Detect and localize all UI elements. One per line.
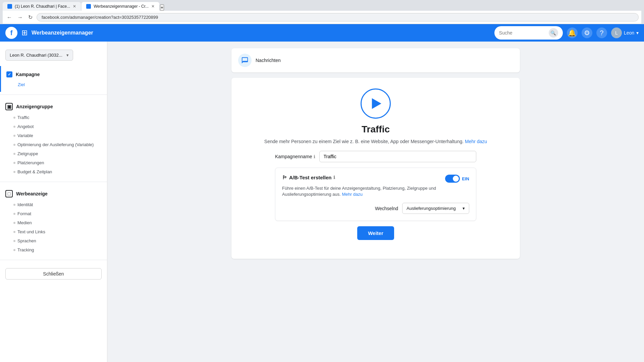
werbeanzeige-header: □ Werbeanzeige (0, 187, 107, 200)
sidebar-item-variable[interactable]: Variable (0, 131, 107, 140)
schliessen-section: Schließen (0, 263, 107, 285)
forward-button[interactable]: → (16, 13, 24, 22)
sidebar-item-optimierung[interactable]: Optimierung der Auslieferung (Variable) (0, 140, 107, 149)
sidebar-item-traffic[interactable]: Traffic (0, 113, 107, 122)
sidebar-item-ziel[interactable]: Ziel (1, 80, 107, 89)
tab-facebook[interactable]: (1) Leon R. Chaudhari | Face... ✕ (3, 2, 81, 11)
medien-dot (13, 222, 15, 224)
traffic-dot (13, 117, 15, 119)
toggle-label: EIN (462, 176, 469, 181)
sidebar-divider-1 (0, 95, 107, 95)
search-input[interactable] (499, 30, 546, 36)
form-section: Kampagnenname ℹ 🏳 A/B-Test erstellen ℹ (275, 151, 476, 226)
nachrichten-label: Nachrichten (256, 58, 281, 63)
app-switcher-icon[interactable]: ⊞ (21, 28, 28, 37)
refresh-button[interactable]: ↻ (27, 13, 34, 22)
ab-test-description: Führe einen A/B-Test für deine Anzeigeng… (282, 185, 469, 197)
identitaet-dot (13, 204, 15, 206)
sidebar-section-anzeigengruppe: ▣ Anzeigengruppe Traffic Angebot Variabl… (0, 98, 107, 179)
browser-tabs: (1) Leon R. Chaudhari | Face... ✕ Werbea… (3, 2, 641, 11)
tab-adsmanager[interactable]: Werbeanzeigenmanager - Cr... ✕ (82, 2, 159, 11)
ziel-label: Ziel (18, 82, 25, 87)
ab-toggle-wrapper: EIN (445, 175, 469, 183)
ab-dropdown-chevron-icon: ▾ (463, 206, 465, 211)
sidebar-section-kampagne: ✓ Kampagne Ziel (0, 66, 107, 92)
account-label: Leon R. Chaudhari (3032... (10, 53, 62, 58)
ab-test-box: 🏳 A/B-Test erstellen ℹ EIN (275, 168, 476, 221)
sidebar-item-identitaet[interactable]: Identität (0, 200, 107, 209)
tracking-dot (13, 249, 15, 251)
user-pill[interactable]: L Leon ▾ (611, 27, 639, 38)
kampagnenname-info-icon[interactable]: ℹ (314, 154, 315, 159)
anzeigengruppe-icon: ▣ (5, 103, 13, 110)
traffic-mehr-dazu-link[interactable]: Mehr dazu (465, 139, 487, 144)
nachrichten-icon (238, 54, 252, 67)
optimierung-dot (13, 144, 15, 146)
sidebar-item-text-links[interactable]: Text und Links (0, 227, 107, 236)
sidebar-item-sprachen[interactable]: Sprachen (0, 236, 107, 245)
sidebar-item-platzierungen[interactable]: Platzierungen (0, 158, 107, 167)
anzeigengruppe-label: Anzeigengruppe (16, 104, 53, 109)
sidebar-item-tracking[interactable]: Tracking (0, 245, 107, 254)
content-inner: Nachrichten Traffic Sende mehr Personen … (225, 42, 527, 271)
sidebar-item-medien[interactable]: Medien (0, 218, 107, 227)
kampagnenname-input[interactable] (319, 151, 476, 162)
kampagne-checkbox-icon: ✓ (6, 71, 12, 77)
search-bar: 🔍 (494, 26, 563, 40)
fb-logo: f (5, 27, 17, 39)
weiter-button[interactable]: Weiter (357, 226, 394, 240)
tab-close-adsmanager[interactable]: ✕ (151, 4, 155, 9)
kampagnenname-label: Kampagnenname ℹ (275, 154, 315, 159)
settings-icon[interactable]: ⚙ (582, 27, 592, 38)
ab-test-header: 🏳 A/B-Test erstellen ℹ EIN (282, 175, 469, 183)
toggle-slider (445, 175, 460, 183)
content-area: Nachrichten Traffic Sende mehr Personen … (107, 42, 644, 362)
kampagne-header: ✓ Kampagne (1, 69, 107, 80)
notifications-icon[interactable]: 🔔 (567, 27, 578, 38)
tab-favicon-facebook (7, 4, 12, 9)
variable-dot (13, 135, 15, 137)
browser-chrome: (1) Leon R. Chaudhari | Face... ✕ Werbea… (0, 0, 644, 24)
help-icon[interactable]: ? (596, 27, 607, 38)
kampagne-label: Kampagne (16, 72, 40, 77)
app-name: Werbeanzeigenmanager (32, 30, 490, 36)
ab-info-icon[interactable]: ℹ (333, 175, 335, 180)
tab-title-facebook: (1) Leon R. Chaudhari | Face... (15, 4, 70, 9)
traffic-description: Sende mehr Personen zu einem Ziel wie z.… (264, 139, 487, 144)
werbeanzeige-label: Werbeanzeige (16, 191, 48, 196)
schliessen-button[interactable]: Schließen (5, 268, 102, 280)
ab-wechselnd-row: Wechselnd Auslieferungsoptimierung ▾ (282, 203, 469, 214)
sidebar-account: Leon R. Chaudhari (3032... ▾ (0, 47, 107, 66)
traffic-card: Traffic Sende mehr Personen zu einem Zie… (231, 78, 520, 259)
sidebar: Leon R. Chaudhari (3032... ▾ ✓ Kampagne … (0, 42, 107, 362)
sidebar-section-werbeanzeige: □ Werbeanzeige Identität Format Medien T… (0, 185, 107, 257)
back-button[interactable]: ← (5, 13, 13, 22)
new-tab-button[interactable]: + (160, 4, 164, 11)
account-chevron-icon: ▾ (66, 53, 69, 58)
sidebar-item-budget[interactable]: Budget & Zeitplan (0, 167, 107, 176)
kampagnenname-row: Kampagnenname ℹ (275, 151, 476, 162)
sprachen-dot (13, 240, 15, 242)
sidebar-item-zielgruppe[interactable]: Zielgruppe (0, 149, 107, 158)
account-selector[interactable]: Leon R. Chaudhari (3032... ▾ (5, 50, 73, 61)
user-chevron-icon: ▾ (636, 30, 639, 36)
tab-close-facebook[interactable]: ✕ (73, 4, 76, 9)
budget-dot (13, 171, 15, 173)
search-button[interactable]: 🔍 (549, 28, 558, 38)
traffic-title: Traffic (362, 124, 390, 135)
sidebar-divider-3 (0, 260, 107, 260)
ab-dropdown[interactable]: Auslieferungsoptimierung ▾ (402, 203, 469, 214)
sidebar-item-format[interactable]: Format (0, 209, 107, 218)
anzeigengruppe-header: ▣ Anzeigengruppe (0, 100, 107, 113)
user-name: Leon (624, 30, 634, 36)
ab-dropdown-value: Auslieferungsoptimierung (407, 206, 456, 211)
angebot-dot (13, 126, 15, 128)
sidebar-item-angebot[interactable]: Angebot (0, 122, 107, 131)
address-bar[interactable] (37, 13, 639, 21)
ab-mehr-dazu-link[interactable]: Mehr dazu (342, 192, 363, 197)
main-layout: Leon R. Chaudhari (3032... ▾ ✓ Kampagne … (0, 42, 644, 362)
traffic-icon-circle (361, 88, 391, 119)
ab-test-toggle[interactable] (445, 175, 460, 183)
platzierungen-dot (13, 162, 15, 164)
ab-icon: 🏳 (282, 175, 287, 180)
